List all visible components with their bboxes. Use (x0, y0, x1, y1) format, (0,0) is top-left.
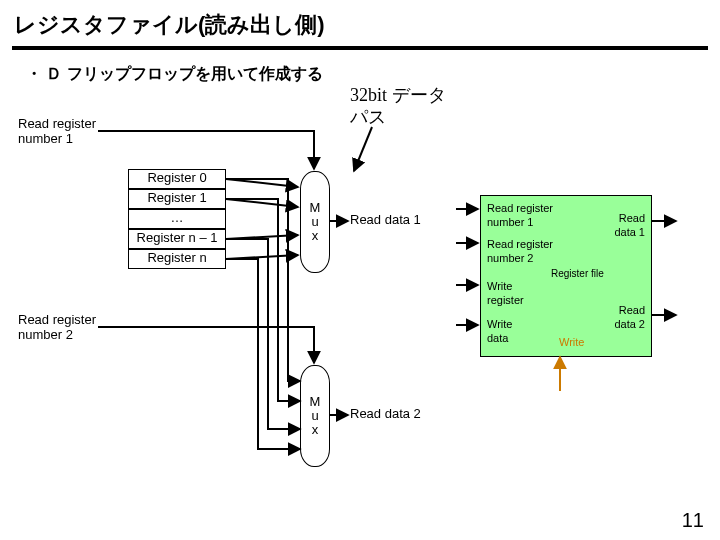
label-read-reg-num-2: Read register number 2 (18, 313, 96, 343)
label-read-data-2: Read data 2 (350, 407, 421, 422)
title-rule (12, 46, 708, 50)
annot-32bit: 32bit データ パス (350, 85, 446, 128)
annot-line2: パス (350, 107, 386, 127)
box-register-n: Register n (128, 249, 226, 269)
box-register-0: Register 0 (128, 169, 226, 189)
box-register-dots: … (128, 209, 226, 229)
rf-read-data-2: Read data 2 (614, 304, 645, 332)
rf-read-reg-num-1: Read register number 1 (487, 202, 553, 230)
annot-line1: 32bit データ (350, 85, 446, 105)
mux-2: M u x (300, 365, 330, 467)
mux-x: x (312, 423, 319, 437)
diagram-stage: 32bit データ パス Read register number 1 Read… (0, 85, 720, 505)
mux-m: M (310, 201, 321, 215)
rf-file-label: Register file (551, 268, 604, 281)
rf-write-data: Write data (487, 318, 512, 346)
mux-m: M (310, 395, 321, 409)
page-number: 11 (682, 509, 704, 532)
label-read-reg-num-1: Read register number 1 (18, 117, 96, 147)
box-register-nm1: Register n – 1 (128, 229, 226, 249)
page-title: レジスタファイル(読み出し側) (0, 0, 720, 46)
mux-x: x (312, 229, 319, 243)
rf-read-reg-num-2: Read register number 2 (487, 238, 553, 266)
mux-u: u (311, 215, 318, 229)
mux-1: M u x (300, 171, 330, 273)
bullet-dff: Ｄ フリップフロップを用いて作成する (0, 58, 720, 85)
rf-write: Write (559, 336, 584, 350)
label-read-data-1: Read data 1 (350, 213, 421, 228)
rf-read-data-1: Read data 1 (614, 212, 645, 240)
mux-u: u (311, 409, 318, 423)
box-register-1: Register 1 (128, 189, 226, 209)
rf-write-register: Write register (487, 280, 524, 308)
register-file-block: Read register number 1 Read register num… (480, 195, 652, 357)
